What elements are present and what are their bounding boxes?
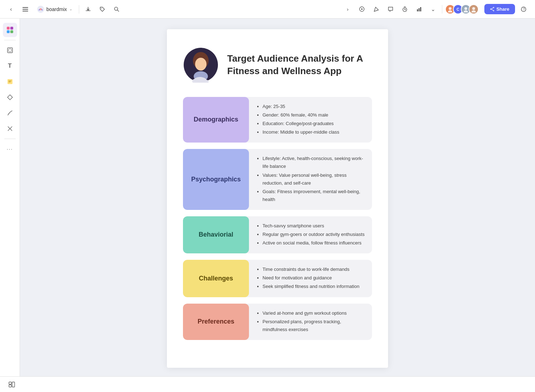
svg-rect-11 [418,8,419,11]
share-label: Share [496,6,509,12]
section-row-challenges: ChallengesTime constraints due to work-l… [183,260,372,297]
sidebar-logo-tool[interactable] [3,23,17,37]
section-list-demographics: Age: 25-35Gender: 60% female, 40% maleEd… [256,103,339,137]
more-tools-button[interactable]: ⌄ [428,4,439,15]
svg-point-4 [40,8,42,10]
timer-button[interactable] [399,4,411,15]
svg-rect-10 [417,9,418,11]
canvas-area[interactable]: Target Audience Analysis for A Fitness a… [20,19,535,376]
section-row-preferences: PreferencesVaried at-home and gym workou… [183,304,372,340]
brand-chevron-icon: ⌄ [69,7,72,11]
section-list-psychographics: Lifestyle: Active, health-conscious, see… [256,155,365,204]
connector-icon [7,125,13,132]
chart-button[interactable] [413,4,425,15]
share-button[interactable]: Share [484,4,515,14]
download-button[interactable] [83,4,93,15]
svg-point-18 [472,10,476,12]
section-content-challenges: Time constraints due to work-life demand… [249,260,372,297]
section-label-psychographics: Psychographics [183,149,249,210]
svg-point-5 [101,8,102,9]
bottom-bar [0,376,535,392]
sidebar-separator-1 [4,40,16,40]
pen-icon [7,110,13,116]
section-content-behaviorial: Tech-savvy smartphone usersRegular gym-g… [249,216,372,253]
list-item: Goals: Fitness improvement, mental well-… [263,188,365,203]
section-content-demographics: Age: 25-35Gender: 60% female, 40% maleEd… [249,97,372,143]
sticky-note-icon [7,78,13,85]
doc-header: Target Audience Analysis for A Fitness a… [183,47,372,83]
section-row-psychographics: PsychographicsLifestyle: Active, health-… [183,149,372,210]
svg-rect-28 [7,30,10,33]
list-item: Lifestyle: Active, health-conscious, see… [263,155,365,170]
list-item: Seek simplified fitness and nutrition in… [263,283,360,290]
logo-icon [6,26,14,34]
celebrate-button[interactable] [371,4,382,15]
sections-container: DemographicsAge: 25-35Gender: 60% female… [183,97,372,346]
help-button[interactable]: ? [518,4,529,15]
list-item: Values: Value personal well-being, stres… [263,171,365,187]
svg-line-23 [491,9,493,10]
list-item: Need for motivation and guidance [263,274,360,282]
svg-text:?: ? [523,7,525,11]
list-item: Tech-savvy smartphone users [263,222,365,230]
svg-rect-29 [10,30,13,33]
svg-point-40 [195,58,207,71]
list-item: Gender: 60% female, 40% male [263,111,339,119]
brand-area[interactable]: boardmix ⌄ [34,4,75,14]
topbar-left: ‹ boardmix ⌄ [6,4,122,15]
expand-button[interactable]: › [342,4,353,15]
list-item: Age: 25-35 [263,103,339,110]
svg-rect-2 [22,11,28,11]
person-avatar-illustration [183,47,219,83]
topbar-right-separator [442,5,442,14]
sidebar-shape-tool[interactable] [3,90,17,104]
play-button[interactable] [356,4,368,15]
share-icon [490,7,495,11]
list-item: Education: College/post-graduates [263,120,339,128]
sidebar-text-tool[interactable]: T [3,59,17,73]
bottom-view-button[interactable] [6,378,18,391]
comment-button[interactable] [385,4,396,15]
section-content-psychographics: Lifestyle: Active, health-conscious, see… [249,149,372,210]
section-list-preferences: Varied at-home and gym workout optionsPe… [256,309,365,334]
svg-rect-27 [10,27,13,30]
sidebar-more-tool[interactable]: ··· [3,142,17,156]
svg-rect-30 [7,48,12,53]
frame-icon [7,47,13,53]
section-label-demographics: Demographics [183,97,249,143]
search-button[interactable] [111,4,122,15]
svg-point-20 [490,9,491,10]
section-list-challenges: Time constraints due to work-life demand… [256,265,360,291]
list-item: Time constraints due to work-life demand… [263,265,360,273]
doc-title: Target Audience Analysis for A Fitness a… [227,52,372,77]
view-icon [9,382,15,387]
sidebar-connector-tool[interactable] [3,122,17,136]
svg-rect-31 [9,49,11,52]
svg-line-22 [491,8,493,9]
svg-point-16 [464,10,468,12]
sidebar-pen-tool[interactable] [3,106,17,120]
main-area: T ··· [0,19,535,376]
svg-rect-0 [22,7,28,8]
svg-point-19 [493,7,494,8]
menu-button[interactable] [20,4,31,15]
tag-button[interactable] [97,4,108,15]
back-button[interactable]: ‹ [6,4,16,15]
section-row-behaviorial: BehaviorialTech-savvy smartphone usersRe… [183,216,372,253]
sidebar-frame-tool[interactable] [3,43,17,57]
svg-point-13 [449,7,452,10]
svg-point-15 [464,7,467,10]
text-icon: T [8,62,11,69]
topbar-separator [79,5,79,14]
brand-name: boardmix [46,6,67,12]
svg-rect-26 [7,27,10,30]
sidebar-sticky-tool[interactable] [3,74,17,89]
list-item: Income: Middle to upper-middle class [263,128,339,136]
svg-point-17 [472,7,475,10]
section-content-preferences: Varied at-home and gym workout optionsPe… [249,304,372,340]
brand-icon [37,6,44,13]
list-item: Regular gym-goers or outdoor activity en… [263,231,365,238]
avatar-group: C [445,4,479,14]
list-item: Varied at-home and gym workout options [263,309,365,317]
left-sidebar: T ··· [0,19,20,376]
